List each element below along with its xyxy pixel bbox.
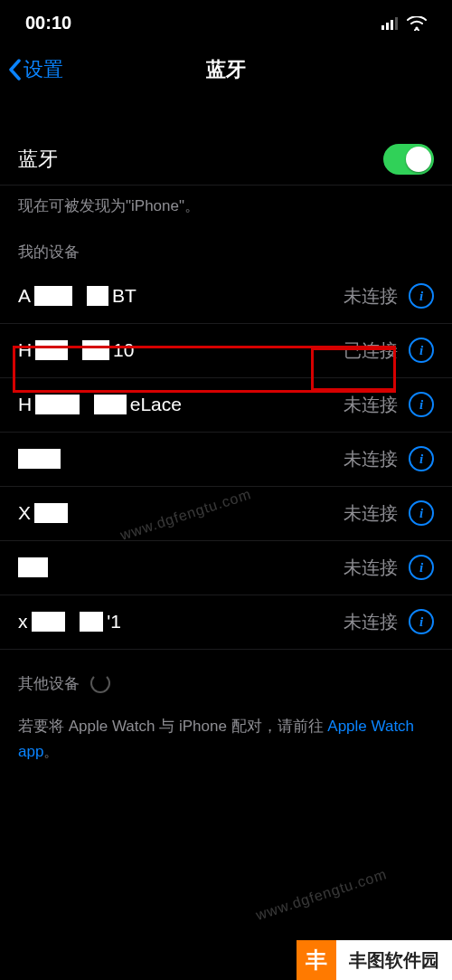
status-bar: 00:10 <box>0 0 452 41</box>
device-status: 未连接 <box>344 556 398 580</box>
device-row[interactable]: x'1未连接i <box>0 595 452 650</box>
bluetooth-label: 蓝牙 <box>18 146 58 173</box>
device-name <box>18 557 344 577</box>
status-indicators <box>381 16 427 31</box>
device-status: 未连接 <box>344 393 398 417</box>
device-status: 未连接 <box>344 447 398 471</box>
device-name: A BT <box>18 285 344 307</box>
source-text: 丰图软件园 <box>336 948 452 973</box>
pairing-hint: 若要将 Apple Watch 与 iPhone 配对，请前往 Apple Wa… <box>0 701 452 779</box>
device-status: 未连接 <box>344 610 398 634</box>
spinner-icon <box>90 673 110 693</box>
svg-rect-3 <box>395 17 398 30</box>
device-row[interactable]: 未连接i <box>0 541 452 595</box>
device-name: HeLace <box>18 394 344 415</box>
status-time: 00:10 <box>25 13 71 33</box>
svg-point-4 <box>415 26 418 29</box>
chevron-left-icon <box>7 59 22 81</box>
info-icon[interactable]: i <box>409 609 434 634</box>
device-status: 未连接 <box>344 501 398 526</box>
back-label: 设置 <box>24 56 63 83</box>
info-icon[interactable]: i <box>409 555 434 580</box>
device-row[interactable]: 未连接i <box>0 433 452 487</box>
cellular-icon <box>381 17 401 30</box>
watermark: www.dgfengtu.com <box>254 866 389 924</box>
wifi-icon <box>407 16 427 31</box>
my-devices-header: 我的设备 <box>0 218 452 270</box>
bluetooth-toggle-row[interactable]: 蓝牙 <box>0 133 452 186</box>
device-row[interactable]: A BT未连接i <box>0 270 452 324</box>
device-name <box>18 449 344 469</box>
other-devices-header: 其他设备 <box>0 650 452 701</box>
info-icon[interactable]: i <box>409 338 434 363</box>
svg-rect-0 <box>381 25 384 30</box>
source-badge: 丰 丰图软件园 <box>297 940 452 980</box>
device-status: 已连接 <box>344 338 398 363</box>
svg-rect-2 <box>391 20 393 30</box>
info-icon[interactable]: i <box>409 392 434 417</box>
device-name: H10 <box>18 339 344 361</box>
back-button[interactable]: 设置 <box>7 56 63 83</box>
info-icon[interactable]: i <box>409 446 434 471</box>
nav-header: 设置 蓝牙 <box>0 41 452 99</box>
nav-title: 蓝牙 <box>0 56 452 83</box>
device-row[interactable]: H10已连接i <box>0 324 452 378</box>
source-logo-icon: 丰 <box>297 940 336 980</box>
device-row[interactable]: HeLace未连接i <box>0 378 452 433</box>
info-icon[interactable]: i <box>409 500 434 526</box>
device-name: x'1 <box>18 611 344 633</box>
discoverable-text: 现在可被发现为"iPhone"。 <box>0 186 452 218</box>
device-status: 未连接 <box>344 284 398 309</box>
bluetooth-toggle[interactable] <box>383 144 434 175</box>
svg-rect-1 <box>386 23 389 30</box>
info-icon[interactable]: i <box>409 283 434 309</box>
